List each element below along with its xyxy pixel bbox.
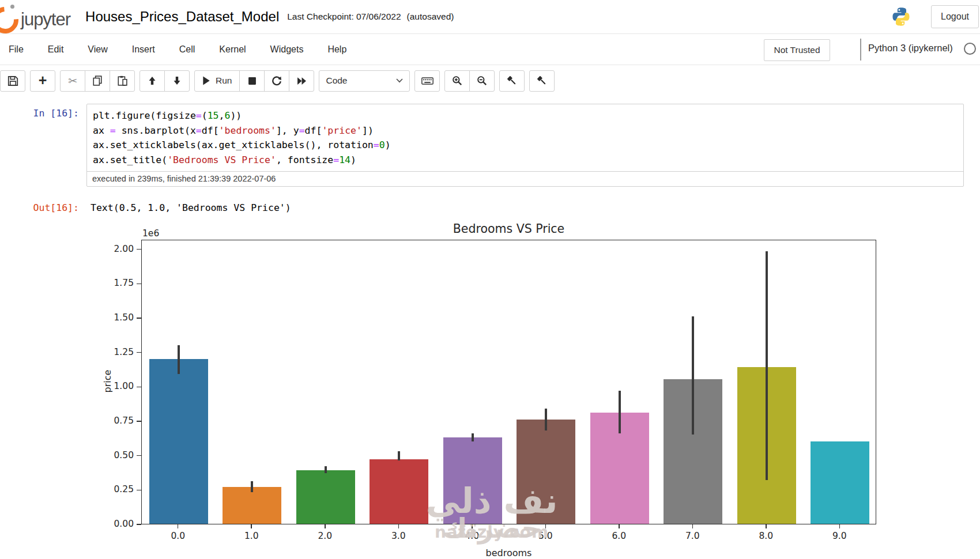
- command-palette-button[interactable]: [414, 70, 440, 92]
- x-tick-label: 1.0: [244, 531, 259, 541]
- menu-kernel[interactable]: Kernel: [207, 44, 258, 55]
- error-bar-0.0: [178, 345, 180, 374]
- copy-icon: [92, 75, 103, 86]
- y-tick: [137, 421, 141, 422]
- zoom-in-button[interactable]: [444, 70, 470, 92]
- paste-icon: [117, 75, 127, 86]
- copy-cell-button[interactable]: [85, 70, 110, 92]
- plot-area: [141, 240, 876, 524]
- cell-type-dropdown[interactable]: Code: [319, 70, 410, 92]
- run-icon: [202, 76, 210, 85]
- menu-help[interactable]: Help: [315, 44, 359, 55]
- jupyter-logo[interactable]: jupyter: [0, 2, 70, 31]
- output-text: Text(0.5, 1.0, 'Bedrooms VS Price'): [86, 198, 291, 213]
- move-cell-down-button[interactable]: [164, 70, 190, 92]
- header-right: Logout: [891, 0, 980, 33]
- menu-widgets[interactable]: Widgets: [258, 44, 316, 55]
- nbextension-gavel-button-2[interactable]: [529, 70, 555, 92]
- error-bar-5.0: [545, 409, 547, 430]
- paste-cell-button[interactable]: [110, 70, 135, 92]
- jupyter-brand-text: jupyter: [21, 9, 70, 31]
- x-tick-label: 3.0: [391, 531, 406, 541]
- zoom-in-icon: [452, 75, 462, 86]
- y-tick-label: 1.00: [98, 381, 134, 391]
- menu-edit[interactable]: Edit: [36, 44, 76, 55]
- notebook-title[interactable]: Houses_Prices_Dataset_Model: [85, 9, 279, 25]
- menu-view[interactable]: View: [76, 44, 119, 55]
- x-tick-label: 4.0: [465, 531, 479, 541]
- menu-cell[interactable]: Cell: [167, 44, 208, 55]
- x-tick: [178, 524, 179, 528]
- bar-3.0: [370, 459, 428, 524]
- restart-run-all-button[interactable]: [289, 70, 314, 92]
- x-tick-label: 9.0: [832, 531, 847, 541]
- code-line: ax.set_title('Bedrooms VS Price', fontsi…: [93, 153, 958, 168]
- interrupt-kernel-button[interactable]: [239, 70, 265, 92]
- y-tick: [137, 455, 141, 456]
- checkpoint-status: Last Checkpoint: 07/06/2022: [287, 12, 401, 22]
- bar-4.0: [443, 437, 502, 524]
- y-tick: [137, 490, 141, 491]
- execution-time-note: executed in 239ms, finished 21:39:39 202…: [87, 171, 963, 186]
- keyboard-icon: [421, 76, 434, 86]
- x-tick-label: 6.0: [612, 531, 626, 541]
- move-cell-up-button[interactable]: [140, 70, 165, 92]
- y-tick-label: 1.50: [98, 312, 134, 323]
- run-cell-button[interactable]: Run: [194, 70, 240, 92]
- add-cell-button[interactable]: +: [30, 70, 55, 92]
- kernel-name: Python 3 (ipykernel): [868, 43, 953, 54]
- restart-kernel-icon: [272, 75, 282, 86]
- add-cell-icon: +: [39, 80, 47, 82]
- code-line: plt.figure(figsize=(15,6)): [93, 108, 958, 123]
- y-tick: [137, 352, 141, 353]
- cell-type-value: Code: [326, 75, 347, 86]
- watermark-line3: nafezly.com: [391, 524, 593, 541]
- nbextension-gavel-button[interactable]: [499, 70, 525, 92]
- kernel-idle-icon: [964, 43, 976, 55]
- logout-button[interactable]: Logout: [931, 5, 979, 28]
- menubar: File Edit View Insert Cell Kernel Widget…: [0, 34, 980, 65]
- menu-file[interactable]: File: [0, 44, 36, 55]
- gavel-icon: [507, 75, 517, 86]
- x-tick-label: 2.0: [318, 531, 332, 541]
- save-button[interactable]: [0, 70, 25, 92]
- y-tick-label: 0.25: [98, 484, 134, 494]
- chart-title: Bedrooms VS Price: [141, 222, 876, 236]
- error-bar-6.0: [619, 391, 621, 433]
- autosave-status: (autosaved): [407, 12, 454, 22]
- interrupt-kernel-icon: [248, 77, 257, 85]
- code-line: ax.set_xticklabels(ax.get_xticklabels(),…: [93, 138, 958, 153]
- y-tick: [137, 249, 141, 250]
- zoom-out-button[interactable]: [469, 70, 495, 92]
- jupyter-notebook-app: jupyter Houses_Prices_Dataset_Model Last…: [0, 0, 980, 559]
- toolbar: + ✂: [0, 65, 980, 96]
- x-tick-label: 8.0: [759, 531, 773, 541]
- chevron-down-icon: [396, 78, 403, 83]
- bar-5.0: [517, 420, 575, 524]
- x-tick: [839, 524, 840, 528]
- cut-cell-button[interactable]: ✂: [60, 70, 85, 92]
- bar-1.0: [223, 487, 281, 524]
- cut-icon: ✂: [68, 74, 77, 88]
- run-label: Run: [216, 75, 232, 86]
- x-tick: [472, 524, 473, 528]
- code-cell: In [16]: plt.figure(figsize=(15,6))ax = …: [0, 104, 980, 187]
- y-tick-label: 0.00: [98, 519, 134, 529]
- y-tick-label: 2.00: [98, 244, 134, 254]
- code-line: ax = sns.barplot(x=df['bedrooms'], y=df[…: [93, 123, 958, 138]
- code-input-box: plt.figure(figsize=(15,6))ax = sns.barpl…: [86, 104, 964, 187]
- restart-kernel-button[interactable]: [264, 70, 289, 92]
- menu-insert[interactable]: Insert: [120, 44, 167, 55]
- code-editor[interactable]: plt.figure(figsize=(15,6))ax = sns.barpl…: [87, 104, 963, 171]
- jupyter-logo-icon: [0, 5, 17, 30]
- trust-status-button[interactable]: Not Trusted: [764, 39, 830, 61]
- gavel-icon: [537, 75, 547, 86]
- x-tick-label: 0.0: [171, 531, 185, 541]
- python-logo-icon: [891, 6, 911, 27]
- y-tick: [137, 524, 141, 525]
- save-icon: [7, 75, 18, 86]
- error-bar-7.0: [692, 316, 694, 435]
- x-axis-label: bedrooms: [141, 547, 876, 558]
- y-tick: [137, 318, 141, 319]
- bar-2.0: [296, 470, 355, 524]
